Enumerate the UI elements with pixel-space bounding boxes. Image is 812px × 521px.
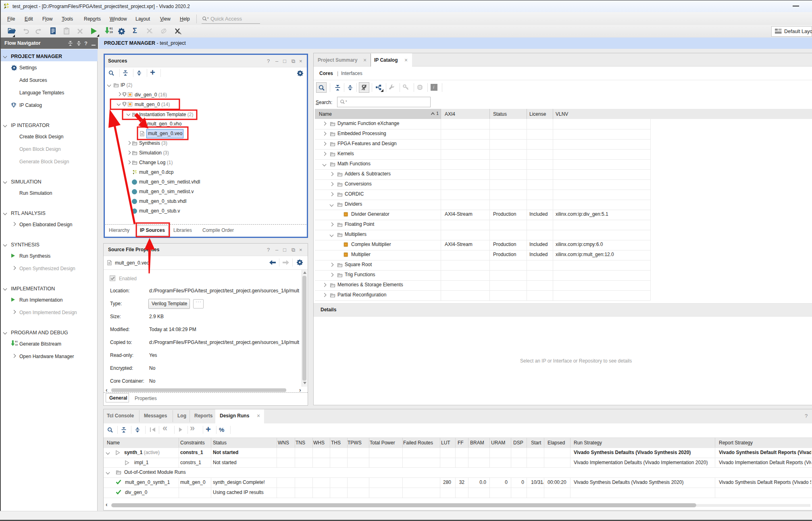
svg-text:01: 01 <box>110 27 113 30</box>
svg-text:10: 10 <box>15 344 18 346</box>
svg-text:01: 01 <box>15 340 18 343</box>
svg-text:10: 10 <box>110 31 113 34</box>
